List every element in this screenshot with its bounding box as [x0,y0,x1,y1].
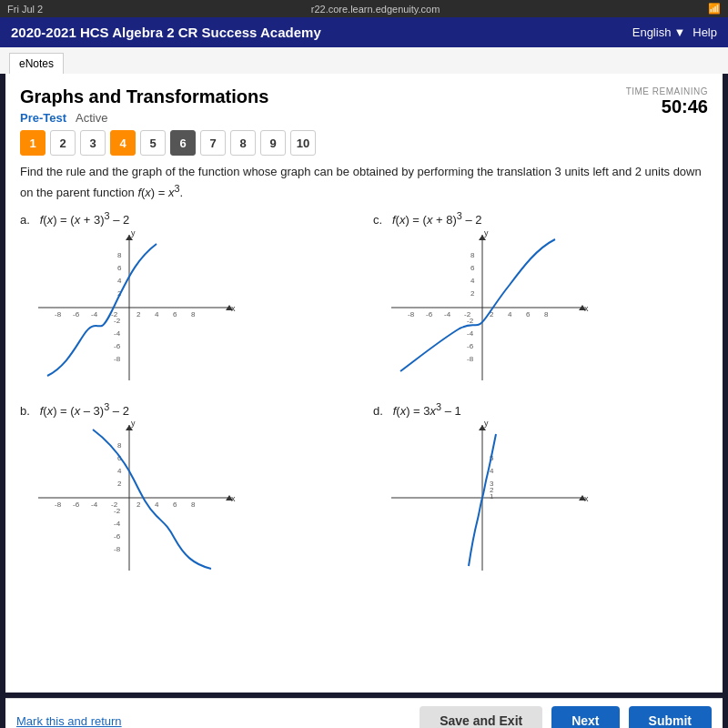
svg-text:-8: -8 [55,500,62,509]
next-button[interactable]: Next [551,706,619,728]
graph-c: x y -8 -6 -4 -2 2 4 6 8 8 6 4 2 -2 -4 -6… [373,230,592,394]
svg-text:4: 4 [117,467,122,475]
svg-text:-8: -8 [467,355,474,363]
timer-label: TIME REMAINING [626,86,708,96]
timer-section: TIME REMAINING 50:46 [626,86,708,117]
answer-d-label: d. f(x) = 3x3 – 1 [373,401,708,418]
answer-a-label: a. f(x) = (x + 3)3 – 2 [20,210,355,227]
graph-b: x y -8 -6 -4 -2 2 4 6 8 8 6 4 2 -2 -4 -6… [20,420,238,584]
active-label: Active [76,111,107,125]
svg-text:2: 2 [117,480,122,488]
svg-text:-6: -6 [114,342,121,350]
svg-text:6: 6 [117,264,122,272]
status-time: Fri Jul 2 [7,4,43,15]
svg-text:-2: -2 [467,317,474,325]
status-wifi: 📶 [708,3,721,15]
svg-text:-6: -6 [467,342,474,350]
answer-c-label: c. f(x) = (x + 8)3 – 2 [373,210,708,227]
svg-text:-4: -4 [91,500,98,509]
qnum-6[interactable]: 6 [170,130,196,156]
svg-text:-4: -4 [444,310,451,318]
svg-text:y: y [131,420,136,428]
svg-text:4: 4 [155,500,159,509]
qnum-4[interactable]: 4 [110,130,136,156]
svg-text:y: y [484,230,489,238]
pretest-label: Pre-Test [20,111,66,125]
svg-text:-2: -2 [114,507,121,515]
answer-d[interactable]: d. f(x) = 3x3 – 1 x y 5 4 3 2 1 [373,401,708,584]
help-button[interactable]: Help [693,25,717,39]
svg-text:8: 8 [544,310,549,318]
qnum-9[interactable]: 9 [260,130,286,156]
svg-text:-8: -8 [55,310,62,318]
svg-text:-4: -4 [467,329,474,338]
svg-text:8: 8 [117,441,122,450]
graph-a: x y -8 -6 -4 -2 2 4 6 8 8 6 4 2 -2 -4 -6… [20,230,238,394]
svg-text:4: 4 [470,277,475,285]
svg-text:-6: -6 [73,500,80,509]
qnum-2[interactable]: 2 [50,130,76,156]
pretest-row: Pre-Test Active [20,111,268,125]
qnum-10[interactable]: 10 [290,130,316,156]
qnum-5[interactable]: 5 [140,130,166,156]
status-url: r22.core.learn.edgenuity.com [311,4,440,15]
save-exit-button[interactable]: Save and Exit [420,706,542,728]
qnum-8[interactable]: 8 [230,130,256,156]
qnum-3[interactable]: 3 [80,130,106,156]
answer-b[interactable]: b. f(x) = (x – 3)3 – 2 x y -8 -6 -4 -2 2… [20,401,355,584]
answer-c[interactable]: c. f(x) = (x + 8)3 – 2 x y -8 -6 -4 -2 2… [373,210,708,393]
svg-text:-8: -8 [114,545,121,553]
svg-text:-4: -4 [114,329,121,338]
svg-text:-2: -2 [114,317,121,325]
graph-d: x y 5 4 3 2 1 [373,420,592,584]
svg-text:x: x [231,494,236,503]
top-bar-right: English ▼ Help [632,25,717,39]
timer-value: 50:46 [626,96,708,117]
action-buttons: Save and Exit Next Submit [420,706,712,728]
svg-text:8: 8 [191,500,196,509]
mark-return-link[interactable]: Mark this and return [16,714,122,728]
top-bar: 2020-2021 HCS Algebra 2 CR Success Acade… [0,17,728,47]
main-content: Graphs and Transformations Pre-Test Acti… [5,74,723,693]
svg-text:4: 4 [155,310,159,318]
chevron-down-icon: ▼ [673,25,685,39]
svg-text:-6: -6 [73,310,80,318]
enotes-tab[interactable]: eNotes [9,53,64,74]
answer-b-label: b. f(x) = (x – 3)3 – 2 [20,401,355,418]
question-text: Find the rule and the graph of the funct… [20,163,708,201]
svg-text:-4: -4 [114,520,121,528]
svg-text:-6: -6 [114,532,121,541]
bottom-bar: Mark this and return Save and Exit Next … [5,698,723,728]
svg-text:-6: -6 [426,310,433,318]
svg-text:1: 1 [490,492,494,500]
svg-text:x: x [584,304,589,313]
language-selector[interactable]: English ▼ [632,25,686,39]
svg-text:4: 4 [490,467,494,475]
svg-text:x: x [584,494,589,503]
svg-text:6: 6 [470,264,475,272]
qnum-7[interactable]: 7 [200,130,226,156]
svg-text:y: y [484,420,489,428]
answer-a[interactable]: a. f(x) = (x + 3)3 – 2 x y -8 -6 -4 -2 2… [20,210,355,393]
svg-text:8: 8 [470,251,475,259]
svg-text:6: 6 [173,500,177,509]
language-label: English [632,25,672,39]
svg-text:2: 2 [136,500,141,509]
svg-text:-8: -8 [114,355,121,363]
svg-text:6: 6 [173,310,177,318]
page-title: Graphs and Transformations [20,86,268,107]
answers-grid: a. f(x) = (x + 3)3 – 2 x y -8 -6 -4 -2 2… [20,210,708,584]
app-title: 2020-2021 HCS Algebra 2 CR Success Acade… [11,25,321,40]
svg-text:x: x [231,304,236,313]
svg-text:2: 2 [136,310,141,318]
svg-text:4: 4 [117,277,122,285]
svg-text:2: 2 [470,289,475,298]
svg-text:y: y [131,230,136,238]
svg-text:-4: -4 [91,310,98,318]
svg-text:8: 8 [117,251,122,259]
svg-text:6: 6 [526,310,531,318]
qnum-1[interactable]: 1 [20,130,46,156]
status-bar: Fri Jul 2 r22.core.learn.edgenuity.com 📶 [0,0,728,17]
submit-button[interactable]: Submit [629,706,712,728]
svg-text:8: 8 [191,310,196,318]
